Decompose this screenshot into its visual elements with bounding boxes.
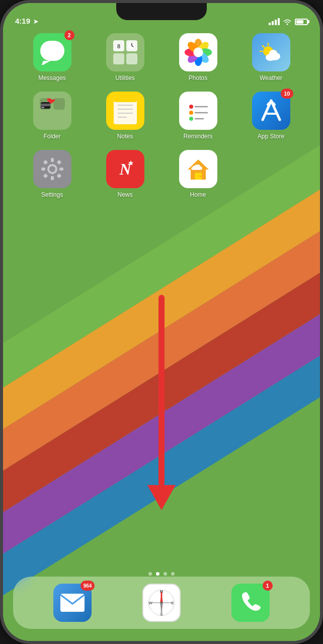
dot-2 xyxy=(156,572,159,576)
reminders-label: Reminders xyxy=(183,133,212,140)
notes-label: Notes xyxy=(117,133,133,140)
settings-icon-svg xyxy=(39,155,66,183)
mail-icon-svg xyxy=(59,593,86,613)
phone-icon-svg xyxy=(239,591,262,614)
dot-3 xyxy=(164,572,167,576)
battery-icon xyxy=(295,19,308,25)
weather-icon-svg xyxy=(257,38,285,66)
signal-bar-3 xyxy=(275,20,277,25)
svg-rect-62 xyxy=(59,168,63,171)
arrow-shaft xyxy=(158,295,165,486)
app-utilities[interactable]: 8 Utilities xyxy=(91,33,159,82)
svg-rect-59 xyxy=(51,158,54,162)
svg-rect-39 xyxy=(41,107,44,108)
phone-frame: 4:19 ➤ xyxy=(0,0,323,644)
app-messages[interactable]: 2 Messages xyxy=(18,33,86,82)
news-label: News xyxy=(117,191,132,198)
svg-rect-8 xyxy=(40,41,64,61)
svg-point-87 xyxy=(160,602,163,604)
svg-point-7 xyxy=(287,24,288,25)
home-icon-svg xyxy=(185,155,212,183)
svg-point-72 xyxy=(199,176,201,177)
status-icons xyxy=(269,18,308,25)
svg-text:N: N xyxy=(160,589,163,594)
svg-line-32 xyxy=(263,46,264,47)
svg-point-52 xyxy=(189,117,193,121)
signal-bar-4 xyxy=(278,18,280,25)
notes-icon-svg xyxy=(112,96,139,125)
page-dots xyxy=(3,572,320,576)
svg-rect-47 xyxy=(185,98,211,124)
dot-1 xyxy=(148,572,152,576)
photos-label: Photos xyxy=(189,74,207,82)
phone-badge: 1 xyxy=(263,581,273,591)
news-icon-svg: N xyxy=(112,155,139,183)
dock: 964 xyxy=(13,577,310,629)
appstore-badge: 10 xyxy=(281,89,293,99)
svg-rect-60 xyxy=(51,176,54,180)
home-label: Home xyxy=(190,191,206,198)
signal-bars xyxy=(269,18,280,25)
app-news[interactable]: N News xyxy=(91,150,159,198)
svg-rect-38 xyxy=(41,104,50,106)
app-notes[interactable]: Notes xyxy=(91,92,159,140)
weather-label: Weather xyxy=(260,74,282,82)
app-photos[interactable]: Photos xyxy=(164,33,232,82)
appstore-icon-svg xyxy=(259,98,284,124)
folder-label: Folder xyxy=(43,133,60,140)
location-icon: ➤ xyxy=(33,18,38,25)
app-home[interactable]: Home xyxy=(164,150,232,198)
photos-icon-svg xyxy=(183,37,213,67)
svg-marker-9 xyxy=(41,61,50,65)
screen: 4:19 ➤ xyxy=(3,3,320,641)
svg-text:E: E xyxy=(171,601,174,605)
svg-rect-65 xyxy=(43,174,48,179)
dot-4 xyxy=(171,572,175,576)
reminders-icon-svg xyxy=(184,97,212,125)
dock-mail[interactable]: 964 xyxy=(53,584,92,622)
svg-rect-17 xyxy=(126,53,137,64)
dock-phone[interactable]: 1 xyxy=(231,584,270,622)
wifi-icon xyxy=(283,18,292,25)
app-appstore[interactable]: 10 App Store xyxy=(237,92,305,140)
signal-bar-2 xyxy=(272,21,274,25)
svg-point-58 xyxy=(49,166,55,172)
svg-point-26 xyxy=(193,47,203,57)
svg-point-35 xyxy=(269,50,277,57)
arrow-annotation xyxy=(147,295,176,510)
svg-rect-64 xyxy=(56,160,61,165)
svg-text:8: 8 xyxy=(117,43,120,49)
utilities-label: Utilities xyxy=(115,74,135,82)
appstore-label: App Store xyxy=(258,133,284,140)
mail-badge: 964 xyxy=(80,581,95,591)
arrow-head xyxy=(147,485,176,510)
svg-rect-61 xyxy=(41,168,45,171)
app-reminders[interactable]: Reminders xyxy=(164,92,232,140)
messages-label: Messages xyxy=(38,74,66,82)
signal-bar-1 xyxy=(269,23,271,25)
settings-label: Settings xyxy=(41,191,63,198)
svg-rect-46 xyxy=(114,97,137,102)
svg-text:S: S xyxy=(160,612,163,617)
app-weather[interactable]: Weather xyxy=(237,33,305,82)
svg-rect-63 xyxy=(43,160,48,165)
messages-icon-svg xyxy=(39,40,65,65)
notch xyxy=(116,3,207,20)
messages-badge: 2 xyxy=(64,30,74,40)
svg-rect-66 xyxy=(56,174,61,179)
svg-rect-74 xyxy=(60,594,85,612)
svg-point-50 xyxy=(189,111,193,115)
svg-point-48 xyxy=(189,105,193,109)
folder-icon-svg xyxy=(38,96,67,125)
dock-safari[interactable]: N S W E xyxy=(142,584,181,622)
app-folder[interactable]: Folder xyxy=(18,92,86,140)
svg-rect-16 xyxy=(113,53,124,64)
app-settings[interactable]: Settings xyxy=(18,150,86,198)
app-grid: 2 Messages 8 xyxy=(18,33,305,198)
safari-icon-svg: N S W E xyxy=(146,588,177,618)
svg-text:W: W xyxy=(148,601,152,605)
utilities-icon-svg: 8 xyxy=(111,38,139,66)
